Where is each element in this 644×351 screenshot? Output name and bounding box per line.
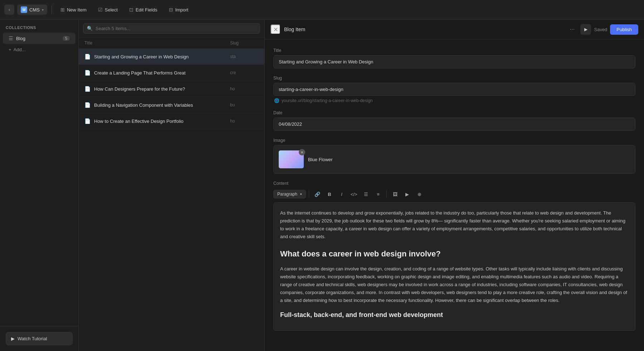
add-icon: + (9, 47, 11, 52)
editor-para-2: A career in website design can involve t… (280, 265, 629, 304)
date-label: Date (273, 110, 635, 115)
editor-toolbar: Paragraph ▾ 🔗 B I </> ☰ ≡ 🖼 ▶ ⊕ (273, 189, 635, 199)
blog-count: 5 (63, 36, 70, 41)
list-item[interactable]: 📄 Building a Navigation Component with V… (79, 97, 264, 113)
date-input[interactable] (273, 117, 635, 131)
new-item-icon: ⊞ (60, 7, 65, 13)
collections-header: Collections (0, 20, 78, 33)
slug-field-group: Slug 🌐 yoursite.url/blog/starting-a-care… (273, 76, 635, 103)
watch-tutorial-button[interactable]: ▶ Watch Tutorial (6, 332, 73, 345)
title-field-group: Title (273, 48, 635, 68)
code-button[interactable]: </> (348, 189, 359, 199)
select-button[interactable]: ☑ Select (94, 5, 122, 15)
select-icon: ☑ (98, 7, 103, 13)
detail-panel: ✕ Blog Item ··· ▶ Saved Publish Title (265, 20, 644, 351)
list-item[interactable]: 📄 Create a Landing Page That Performs Gr… (79, 65, 264, 81)
paragraph-select[interactable]: Paragraph ▾ (273, 190, 306, 198)
import-button[interactable]: ⊟ Import (165, 5, 193, 15)
select-label: Select (105, 7, 118, 13)
embed-button[interactable]: ⊕ (414, 189, 425, 199)
title-input[interactable] (273, 55, 635, 68)
date-field-group: Date (273, 110, 635, 131)
editor-h2-1: What does a career in web design involve… (280, 247, 629, 260)
item-slug: cre (230, 70, 259, 75)
import-label: Import (175, 7, 189, 13)
list-items: 📄 Starting and Growing a Career in Web D… (79, 49, 264, 351)
edit-fields-icon: ⊡ (129, 7, 133, 13)
search-input[interactable] (96, 26, 256, 31)
content-label: Content (273, 181, 635, 186)
search-bar: 🔍 (79, 20, 264, 38)
image-label: Image (273, 138, 635, 143)
link-button[interactable]: 🔗 (312, 189, 323, 199)
import-icon: ⊟ (169, 7, 173, 13)
item-slug: ho (230, 86, 259, 91)
preview-button[interactable]: ▶ (580, 24, 591, 35)
slug-input[interactable] (273, 83, 635, 96)
cms-dropdown-icon: ▾ (42, 8, 44, 12)
editor-para-1: As the internet continues to develop and… (280, 209, 629, 241)
new-item-label: New Item (67, 7, 87, 13)
watch-tutorial-label: Watch Tutorial (18, 336, 47, 341)
item-title: How Can Designers Prepare for the Future… (94, 86, 226, 92)
play-icon: ▶ (584, 27, 587, 32)
paragraph-dropdown-icon: ▾ (300, 192, 302, 196)
item-doc-icon: 📄 (84, 86, 91, 92)
list-item[interactable]: 📄 How to Create an Effective Design Port… (79, 113, 264, 129)
cms-label-text: CMS (29, 7, 40, 13)
image-field-group: Image ✕ Blue Flower (273, 138, 635, 174)
bold-button[interactable]: B (324, 189, 335, 199)
content-field-group: Content Paragraph ▾ 🔗 B I </> ☰ ≡ 🖼 ▶ (273, 181, 635, 331)
detail-header: ✕ Blog Item ··· ▶ Saved Publish (265, 20, 644, 39)
image-name: Blue Flower (308, 157, 333, 162)
image-remove-button[interactable]: ✕ (299, 149, 305, 155)
sidebar-footer: ▶ Watch Tutorial (0, 326, 78, 351)
edit-fields-button[interactable]: ⊡ Edit Fields (125, 5, 162, 15)
sidebar-item-blog[interactable]: ☰ Blog 5 (3, 33, 75, 44)
toolbar-divider (52, 5, 52, 14)
sidebar: Collections ☰ Blog 5 + Add... ▶ Watch Tu… (0, 20, 79, 351)
editor-content-area[interactable]: As the internet continues to develop and… (273, 202, 635, 331)
cms-icon: W (21, 6, 27, 13)
globe-icon: 🌐 (274, 98, 279, 103)
ordered-list-button[interactable]: ≡ (373, 189, 384, 199)
list-item[interactable]: 📄 Starting and Growing a Career in Web D… (79, 49, 264, 65)
item-doc-icon: 📄 (84, 54, 91, 59)
item-slug: sta (230, 54, 259, 59)
list-item[interactable]: 📄 How Can Designers Prepare for the Futu… (79, 81, 264, 97)
more-icon: ··· (570, 26, 575, 33)
content-list: 🔍 Title Slug 📄 Starting and Growing a Ca… (79, 20, 265, 351)
item-title: Starting and Growing a Career in Web Des… (94, 54, 226, 59)
video-insert-button[interactable]: ▶ (402, 189, 413, 199)
saved-status: Saved (594, 27, 607, 32)
image-field[interactable]: ✕ Blue Flower (273, 145, 635, 174)
main-area: Collections ☰ Blog 5 + Add... ▶ Watch Tu… (0, 20, 644, 351)
add-label: Add... (14, 47, 26, 52)
toolbar-divider-1 (309, 191, 309, 198)
image-insert-button[interactable]: 🖼 (390, 189, 400, 199)
search-icon: 🔍 (87, 26, 93, 31)
list-header: Title Slug (79, 38, 264, 49)
add-collection-button[interactable]: + Add... (3, 45, 75, 54)
search-input-wrap[interactable]: 🔍 (83, 23, 260, 34)
more-options-button[interactable]: ··· (567, 24, 577, 35)
new-item-button[interactable]: ⊞ New Item (56, 5, 91, 15)
editor-h3-1: Full-stack, back-end, and front-end web … (280, 309, 629, 321)
column-slug: Slug (230, 40, 259, 45)
panel-title: Blog Item (284, 27, 563, 32)
close-button[interactable]: ✕ (270, 24, 280, 34)
item-title: How to Create an Effective Design Portfo… (94, 119, 226, 124)
blog-icon: ☰ (9, 35, 13, 41)
item-slug: bu (230, 102, 259, 107)
publish-button[interactable]: Publish (610, 24, 638, 35)
item-doc-icon: 📄 (84, 70, 91, 76)
bullet-list-button[interactable]: ☰ (361, 189, 371, 199)
back-button[interactable]: ‹ (4, 5, 14, 15)
toolbar-divider-2 (386, 191, 387, 198)
cms-dropdown[interactable]: W CMS ▾ (17, 5, 47, 15)
item-doc-icon: 📄 (84, 102, 91, 108)
column-title: Title (84, 40, 230, 45)
item-doc-icon: 📄 (84, 118, 91, 124)
italic-button[interactable]: I (336, 189, 347, 199)
url-text: yoursite.url/blog/starting-a-career-in-w… (282, 98, 373, 103)
